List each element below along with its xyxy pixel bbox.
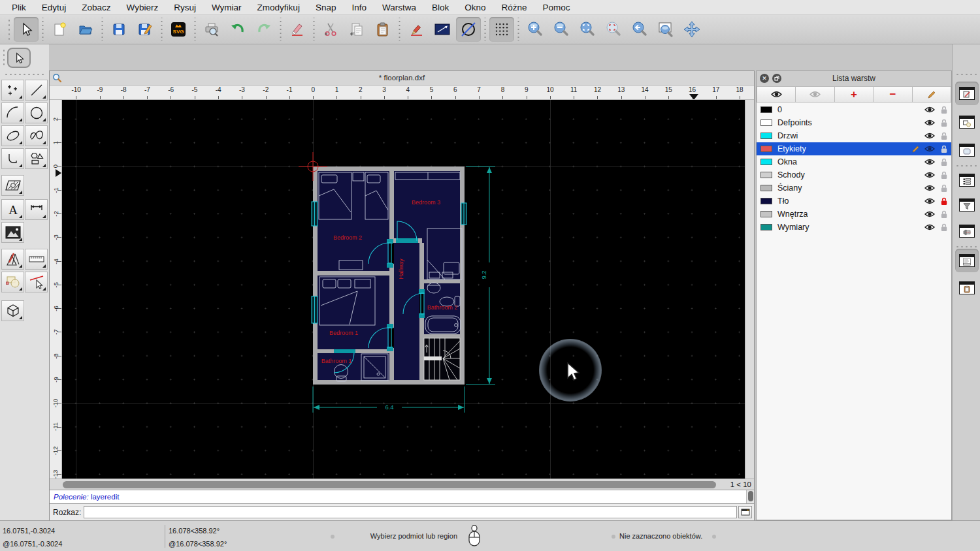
layer-lock-toggle[interactable] [937, 119, 951, 127]
save-button[interactable] [106, 17, 131, 42]
ellipse-tool[interactable] [1, 125, 24, 146]
command-options-button[interactable] [738, 506, 752, 518]
window-dock-button[interactable] [955, 138, 979, 162]
layer-visibility-toggle[interactable] [923, 197, 937, 205]
layer-list-dock-button[interactable] [955, 168, 979, 192]
measure-tool[interactable] [25, 249, 48, 270]
command-input[interactable] [84, 506, 737, 518]
menu-item[interactable]: Wybierz [127, 3, 167, 12]
copy-button[interactable] [344, 17, 369, 42]
layer-lock-toggle[interactable] [937, 184, 951, 193]
print-preview-button[interactable] [199, 17, 224, 42]
pen-button[interactable] [404, 17, 429, 42]
points-tool[interactable] [1, 80, 24, 101]
select-tool-button[interactable] [14, 17, 39, 42]
add-layer-button[interactable]: + [835, 86, 874, 102]
image-tool[interactable] [1, 222, 24, 243]
zoom-selected-button[interactable] [601, 17, 626, 42]
polygon-tool[interactable] [25, 148, 48, 169]
spline-tool[interactable] [25, 125, 48, 146]
remove-layer-button[interactable]: − [874, 86, 912, 102]
toolbox-select-button[interactable] [7, 48, 31, 68]
layer-visibility-toggle[interactable] [923, 184, 937, 192]
save-as-button[interactable] [133, 17, 157, 42]
command-history-scrollbar[interactable] [746, 490, 754, 503]
layer-panel-header[interactable]: ✕ Lista warstw [757, 71, 951, 86]
document-title-bar[interactable]: * floorplan.dxf [50, 71, 754, 86]
layer-visibility-toggle[interactable] [923, 132, 937, 140]
circle-tool-button[interactable] [456, 17, 481, 42]
menu-item[interactable]: Snap [316, 3, 345, 12]
layer-row-defpoints[interactable]: Defpoints [757, 116, 951, 129]
zoom-previous-button[interactable] [627, 17, 652, 42]
redo-button[interactable] [252, 17, 276, 42]
horizontal-scrollbar[interactable]: 1 < 10 [50, 479, 754, 490]
toolbox-grip[interactable] [2, 48, 6, 68]
layer-row-schody[interactable]: Schody [757, 168, 951, 181]
menu-item[interactable]: Wymiar [212, 3, 250, 12]
hatch-tool[interactable] [1, 175, 24, 196]
undo-button[interactable] [225, 17, 250, 42]
layer-visibility-toggle[interactable] [923, 223, 937, 231]
zoom-window-button[interactable] [653, 17, 678, 42]
menu-item[interactable]: Zobacz [82, 3, 119, 12]
zoom-out-button[interactable] [549, 17, 574, 42]
layer-lock-toggle[interactable] [937, 223, 951, 232]
layer-edit-indicator[interactable] [908, 145, 923, 153]
layer-row-okna[interactable]: Okna [757, 155, 951, 168]
layer-row-drzwi[interactable]: Drzwi [757, 129, 951, 142]
menu-item[interactable]: Warstwa [382, 3, 425, 12]
library-dock-button[interactable] [955, 219, 979, 243]
open-file-button[interactable] [73, 17, 98, 42]
layer-row-etykiety[interactable]: Etykiety [757, 142, 951, 155]
layer-visibility-toggle[interactable] [923, 145, 937, 153]
select-entities-tool[interactable] [1, 272, 24, 292]
menu-item[interactable]: Edytuj [42, 3, 75, 12]
block-dock-button[interactable] [955, 110, 979, 134]
edit-layer-button[interactable] [913, 86, 951, 102]
clipboard-dock-button[interactable] [955, 276, 979, 300]
menu-item[interactable]: Blok [432, 3, 457, 12]
menu-item[interactable]: Zmodyfikuj [257, 3, 308, 12]
circle-tool[interactable] [25, 102, 48, 123]
export-svg-button[interactable]: SVG [166, 17, 191, 42]
line-tool-button[interactable] [430, 17, 455, 42]
menu-item[interactable]: Plik [12, 3, 35, 12]
layer-visibility-toggle[interactable] [923, 210, 937, 218]
zoom-in-button[interactable] [523, 17, 547, 42]
menu-item[interactable]: Okno [465, 3, 494, 12]
menu-item[interactable]: Pomoc [543, 3, 579, 12]
drawing-canvas[interactable]: 9.2 6.4 Bedroom 2 Bedroom 3 Bedroom 1 Ba… [62, 100, 745, 479]
menu-item[interactable]: Rysuj [174, 3, 204, 12]
cut-button[interactable] [318, 17, 343, 42]
menu-item[interactable]: Info [351, 3, 375, 12]
polyline-tool[interactable] [1, 148, 24, 169]
delete-tool[interactable] [25, 272, 48, 292]
layer-lock-toggle[interactable] [937, 197, 951, 206]
delete-button[interactable] [285, 17, 310, 42]
layer-visibility-toggle[interactable] [923, 158, 937, 166]
menu-item[interactable]: Różne [502, 3, 536, 12]
show-all-layers-button[interactable] [757, 86, 796, 102]
layer-row-tlo[interactable]: Tło [757, 195, 951, 208]
box-3d-tool[interactable] [1, 300, 24, 321]
layer-row-0[interactable]: 0 [757, 103, 951, 116]
layer-lock-toggle[interactable] [937, 106, 951, 114]
text-tool[interactable]: A [1, 199, 24, 220]
paste-button[interactable] [370, 17, 395, 42]
modify-tool[interactable] [1, 249, 24, 270]
layer-lock-toggle[interactable] [937, 158, 951, 166]
layer-lock-toggle[interactable] [937, 171, 951, 180]
scrollbar-thumb[interactable] [63, 481, 716, 488]
layer-visibility-toggle[interactable] [923, 119, 937, 127]
filter-dock-button[interactable] [955, 193, 979, 217]
command-dock-button[interactable] [955, 249, 979, 272]
line-tool[interactable] [25, 80, 48, 101]
vertical-scrollbar[interactable] [745, 100, 754, 479]
pen-dock-button[interactable] [955, 82, 979, 105]
layer-lock-toggle[interactable] [937, 132, 951, 140]
arc-tool[interactable] [1, 102, 24, 123]
layer-row-sciany[interactable]: Ściany [757, 181, 951, 195]
new-file-button[interactable] [47, 17, 72, 42]
layer-row-wnetrza[interactable]: Wnętrza [757, 208, 951, 221]
